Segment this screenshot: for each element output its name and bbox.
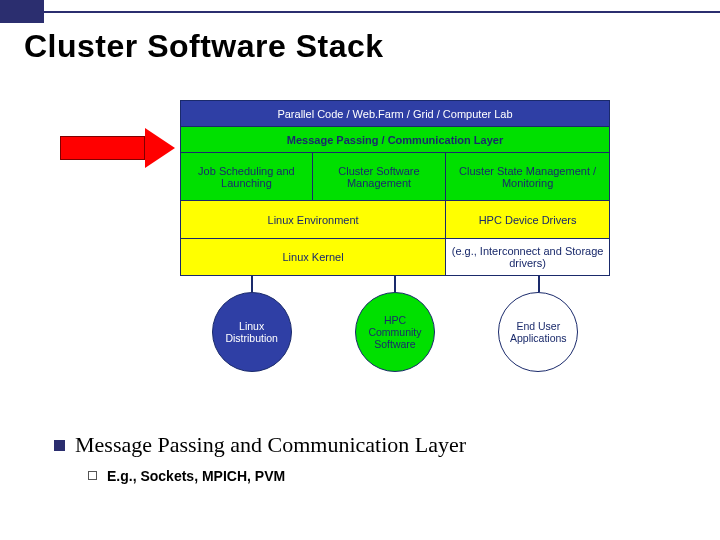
highlight-arrow (60, 128, 180, 168)
slide-title: Cluster Software Stack (24, 28, 384, 65)
connector-stems (180, 276, 610, 292)
bullet-square-icon (54, 440, 65, 451)
accent-line (44, 11, 720, 13)
stack-diagram: Parallel Code / Web.Farm / Grid / Comput… (180, 100, 610, 372)
layer-interconnect-drivers: (e.g., Interconnect and Storage drivers) (446, 239, 610, 276)
bullet-main: Message Passing and Communication Layer (54, 432, 680, 458)
layer-hpc-drivers: HPC Device Drivers (446, 201, 610, 239)
layer-parallel-code: Parallel Code / Web.Farm / Grid / Comput… (181, 101, 610, 127)
layer-message-passing: Message Passing / Communication Layer (181, 127, 610, 153)
accent-corner (0, 0, 44, 23)
stack-table: Parallel Code / Web.Farm / Grid / Comput… (180, 100, 610, 276)
bullet-main-text: Message Passing and Communication Layer (75, 432, 466, 458)
source-circles: Linux Distribution HPC Community Softwar… (180, 292, 610, 372)
circle-linux-distribution: Linux Distribution (212, 292, 292, 372)
layer-job-scheduling: Job Scheduling and Launching (181, 153, 313, 201)
bullet-sub-text: E.g., Sockets, MPICH, PVM (107, 468, 285, 484)
layer-cluster-state-mgmt: Cluster State Management / Monitoring (446, 153, 610, 201)
bullet-sub: E.g., Sockets, MPICH, PVM (88, 468, 680, 484)
bullet-list: Message Passing and Communication Layer … (54, 432, 680, 484)
layer-cluster-software-mgmt: Cluster Software Management (312, 153, 445, 201)
circle-end-user-apps: End User Applications (498, 292, 578, 372)
layer-linux-kernel: Linux Kernel (181, 239, 446, 276)
circle-hpc-community: HPC Community Software (355, 292, 435, 372)
bullet-hollow-square-icon (88, 471, 97, 480)
layer-linux-env: Linux Environment (181, 201, 446, 239)
